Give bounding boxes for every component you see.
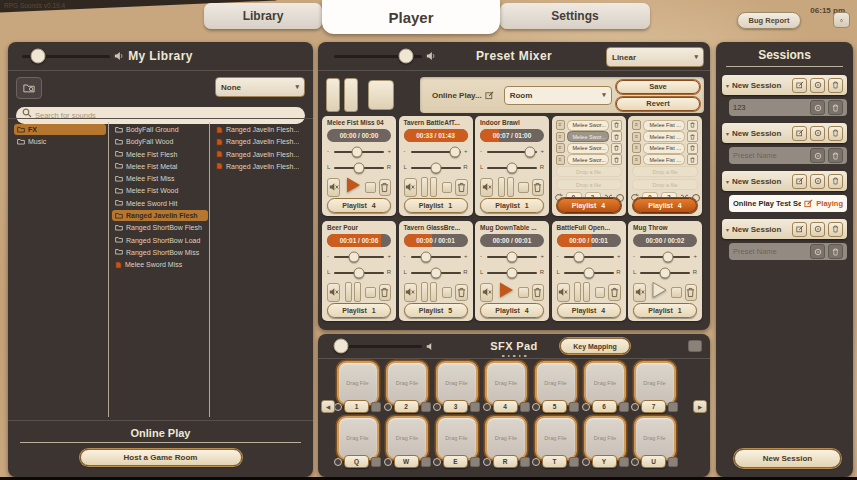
stop-icon[interactable] (371, 457, 381, 467)
session-header[interactable]: ▾ New Session (722, 171, 847, 191)
duplicate-button[interactable] (810, 174, 825, 189)
pad-key-badge[interactable]: 3 (443, 400, 468, 413)
channel-pan-slider[interactable]: L R (404, 264, 468, 279)
slider-knob[interactable] (507, 251, 518, 262)
transport-button[interactable] (419, 176, 440, 198)
loop-icon[interactable] (582, 403, 590, 411)
sfx-pad-slot[interactable]: Drag File (386, 416, 428, 460)
delete-button[interactable] (828, 148, 843, 163)
mute-button[interactable] (633, 283, 646, 302)
session-header[interactable]: ▾ New Session (722, 123, 847, 143)
channel-volume-slider[interactable]: - + (327, 248, 391, 263)
slider-knob[interactable] (507, 162, 518, 173)
edit-button[interactable] (792, 174, 807, 189)
sfx-pad-slot[interactable]: Drag File (584, 361, 626, 405)
delete-channel-button[interactable] (379, 284, 391, 301)
channel-volume-slider[interactable]: - + (327, 143, 391, 158)
duplicate-button[interactable] (810, 126, 825, 141)
save-button[interactable]: Save (616, 80, 700, 94)
sfx-pad-slot[interactable]: Drag File (535, 416, 577, 460)
transport-button[interactable] (495, 281, 516, 303)
sfx-pad-slot[interactable]: Drag File (535, 361, 577, 405)
loop-icon[interactable] (433, 403, 441, 411)
delete-button[interactable] (828, 174, 843, 189)
trash-icon[interactable] (687, 131, 698, 142)
stop-icon[interactable] (518, 182, 528, 193)
pad-key-badge[interactable]: Q (344, 455, 369, 468)
sfx-pad-slot[interactable]: Drag File (485, 361, 527, 405)
loop-icon[interactable] (384, 458, 392, 466)
drop-file-slot[interactable]: Drop a file (632, 179, 698, 190)
transport-button[interactable] (648, 281, 669, 303)
session-header[interactable]: ▾ New Session (722, 219, 847, 239)
slider-knob[interactable] (420, 251, 431, 262)
pad-key-badge[interactable]: R (493, 455, 518, 468)
slider-knob[interactable] (354, 162, 365, 173)
subfolder-item[interactable]: Ranged ShortBow Load (112, 235, 208, 246)
trash-icon[interactable] (687, 154, 698, 165)
slider-knob[interactable] (662, 251, 673, 262)
library-volume-slider[interactable] (22, 55, 110, 58)
channel-pan-slider[interactable]: L R (480, 159, 544, 174)
next-pad-page-button[interactable]: ▶ (693, 400, 707, 413)
playlist-button[interactable]: Playlist 1 (404, 198, 468, 213)
stop-icon[interactable] (371, 402, 381, 412)
loop-icon[interactable] (532, 458, 540, 466)
channel-pan-slider[interactable]: L R (404, 159, 468, 174)
sfx-pad-slot[interactable]: Drag File (337, 361, 379, 405)
drag-handle-icon[interactable]: ≡ (632, 143, 641, 153)
subfolder-item[interactable]: BodyFall Wood (112, 136, 208, 147)
stop-icon[interactable] (470, 402, 480, 412)
playlist-item[interactable]: ≡ Melee Swor... (556, 120, 622, 130)
pad-key-badge[interactable]: 6 (592, 400, 617, 413)
trash-icon[interactable] (611, 120, 622, 131)
stop-icon[interactable] (365, 182, 375, 193)
transport-button[interactable] (342, 281, 363, 303)
pad-key-badge[interactable]: T (542, 455, 567, 468)
playlist-item[interactable]: ≡ Melee Fist ... (632, 132, 698, 142)
edit-button[interactable] (792, 222, 807, 237)
slider-knob[interactable] (524, 146, 535, 157)
drop-file-slot[interactable]: Drop a file (556, 179, 622, 190)
stop-icon[interactable] (668, 402, 678, 412)
delete-button[interactable] (828, 222, 843, 237)
filter-select[interactable]: None ▾ (215, 77, 305, 97)
loop-icon[interactable] (532, 403, 540, 411)
edit-icon[interactable] (804, 199, 813, 208)
delete-channel-button[interactable] (608, 284, 620, 301)
new-session-button[interactable]: New Session (734, 449, 841, 468)
mute-button[interactable] (327, 283, 340, 302)
stop-icon[interactable] (421, 402, 431, 412)
playlist-item[interactable]: ≡ Melee Fist ... (632, 143, 698, 153)
slider-knob[interactable] (430, 267, 441, 278)
pad-key-badge[interactable]: Y (592, 455, 617, 468)
session-preset-row[interactable]: Preset Name (729, 243, 847, 260)
mode-select[interactable]: Linear ▾ (606, 47, 704, 67)
playlist-button[interactable]: Playlist 1 (480, 198, 544, 213)
slider-knob[interactable] (399, 49, 414, 64)
channel-pan-slider[interactable]: L R (557, 264, 621, 279)
duplicate-button[interactable] (810, 100, 825, 115)
delete-button[interactable] (828, 126, 843, 141)
session-header[interactable]: ▾ New Session (722, 75, 847, 95)
delete-channel-button[interactable] (455, 284, 467, 301)
file-item[interactable]: Ranged Javelin Flesh... (213, 161, 309, 172)
slider-knob[interactable] (354, 267, 365, 278)
channel-volume-slider[interactable]: - + (480, 248, 544, 263)
loop-icon[interactable] (631, 403, 639, 411)
drag-handle-icon[interactable]: ≡ (556, 132, 565, 142)
stop-icon[interactable] (470, 457, 480, 467)
pad-grid-toggle-button[interactable] (688, 340, 702, 352)
sfx-volume-slider[interactable] (334, 345, 422, 348)
stop-icon[interactable] (671, 287, 681, 298)
pad-key-badge[interactable]: 1 (344, 400, 369, 413)
host-game-room-button[interactable]: Host a Game Room (80, 449, 242, 466)
mute-button[interactable] (557, 283, 570, 302)
key-mapping-button[interactable]: Key Mapping (560, 338, 630, 354)
edit-button[interactable] (792, 78, 807, 93)
delete-channel-button[interactable] (532, 284, 544, 301)
slider-knob[interactable] (351, 146, 362, 157)
playlist-button[interactable]: Playlist 4 (480, 303, 544, 318)
playlist-item[interactable]: ≡ Melee Fist ... (632, 155, 698, 165)
playlist-button[interactable]: Playlist 4 (557, 303, 621, 318)
